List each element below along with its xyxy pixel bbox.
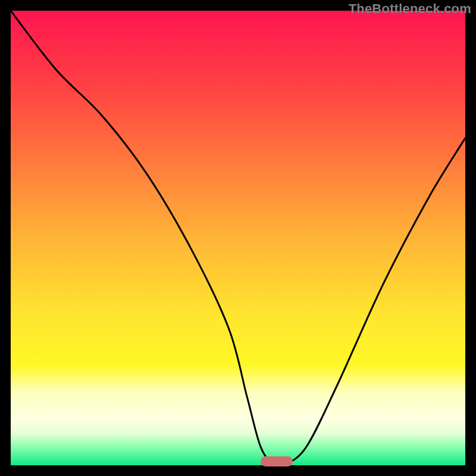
watermark-text: TheBottleneck.com bbox=[349, 1, 471, 17]
chart-plot-area bbox=[11, 11, 465, 465]
bottleneck-curve bbox=[11, 11, 465, 465]
curve-path bbox=[11, 11, 465, 465]
optimal-range-marker bbox=[261, 456, 292, 466]
